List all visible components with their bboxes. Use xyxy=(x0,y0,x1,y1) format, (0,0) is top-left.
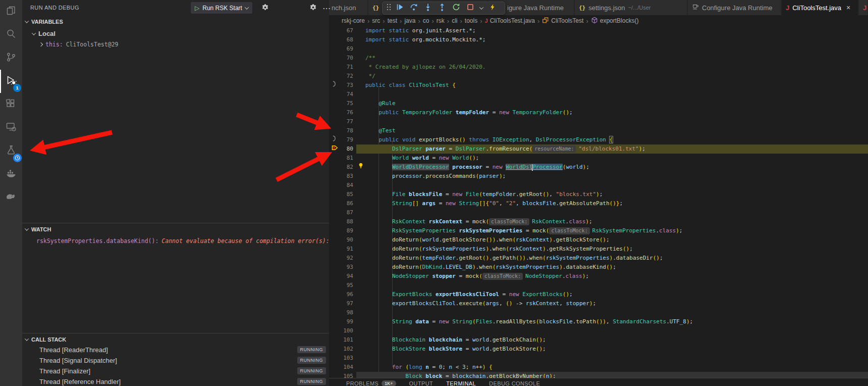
fold-column[interactable] xyxy=(356,44,365,54)
gutter-decoration[interactable] xyxy=(329,90,341,99)
line-number[interactable]: 83 xyxy=(341,172,356,181)
gutter-decoration[interactable] xyxy=(329,117,341,126)
gutter-decoration[interactable] xyxy=(329,217,341,226)
breadcrumb-item-tools[interactable]: tools xyxy=(465,17,477,24)
open-launch-json-gear-button[interactable] xyxy=(261,4,269,12)
line-number[interactable]: 97 xyxy=(341,299,356,308)
code-line-102[interactable]: 102 BlockStore blockStore = world.getBlo… xyxy=(329,345,868,354)
gutter-decoration[interactable] xyxy=(329,290,341,299)
code-line-76[interactable]: 76 public TemporaryFolder tempFolder = n… xyxy=(329,108,868,117)
continue-button[interactable] xyxy=(394,3,406,14)
gutter-decoration[interactable] xyxy=(329,72,341,81)
fold-column[interactable] xyxy=(356,281,365,290)
gutter-decoration[interactable] xyxy=(329,226,341,235)
fold-column[interactable] xyxy=(356,135,365,144)
gutter-decoration[interactable] xyxy=(329,208,341,217)
gutter-decoration[interactable] xyxy=(329,44,341,54)
activity-item-source-control[interactable] xyxy=(0,46,22,70)
line-number[interactable]: 70 xyxy=(341,54,356,63)
call-stack-section-header[interactable]: CALL STACK xyxy=(22,334,329,345)
fold-column[interactable] xyxy=(356,272,365,281)
code-line-103[interactable]: 103 xyxy=(329,354,868,363)
code-line-94[interactable]: 94 NodeStopper stopper = mock(classToMoc… xyxy=(329,272,868,281)
stop-button[interactable] xyxy=(464,3,476,14)
gutter-decoration[interactable] xyxy=(329,199,341,208)
fold-column[interactable] xyxy=(356,144,365,154)
code-line-84[interactable]: 84 xyxy=(329,181,868,190)
fold-column[interactable] xyxy=(356,245,365,254)
code-line-71[interactable]: 71 * Created by ajlopez on 26/04/2020. xyxy=(329,63,868,72)
fold-column[interactable] xyxy=(356,26,365,35)
line-number[interactable]: 102 xyxy=(341,345,356,354)
gutter-decoration[interactable] xyxy=(329,163,341,172)
line-number[interactable]: 82 xyxy=(341,163,356,172)
fold-column[interactable] xyxy=(356,317,365,326)
code-line-78[interactable]: 78 @Test xyxy=(329,126,868,135)
line-number[interactable]: 96 xyxy=(341,290,356,299)
line-number[interactable]: 105 xyxy=(341,372,356,378)
variables-scope-local[interactable]: Local xyxy=(22,28,329,39)
gutter-decoration[interactable] xyxy=(329,245,341,254)
hot-code-replace-button[interactable] xyxy=(486,3,499,14)
code-line-67[interactable]: 67import static org.junit.Assert.*; xyxy=(329,26,868,35)
gutter-decoration[interactable] xyxy=(329,235,341,245)
gutter-decoration[interactable] xyxy=(329,326,341,335)
tab-configure-java-runtime[interactable]: Configure Java Runtime xyxy=(688,0,781,15)
gutter-decoration[interactable] xyxy=(329,81,341,90)
gutter-decoration[interactable] xyxy=(329,144,341,154)
line-number[interactable]: 101 xyxy=(341,335,356,345)
code-line-97[interactable]: 97 exportBlocksCliTool.execute(args, () … xyxy=(329,299,868,308)
breadcrumb-item-rsk[interactable]: rsk xyxy=(437,17,445,24)
step-over-button[interactable] xyxy=(408,3,420,14)
more-actions-button[interactable]: ··· xyxy=(323,4,331,12)
code-line-72[interactable]: 72 */ xyxy=(329,72,868,81)
panel-tab-debug-console[interactable]: DEBUG CONSOLE xyxy=(489,380,540,386)
breadcrumb-item-co[interactable]: co xyxy=(423,17,429,24)
code-line-86[interactable]: 86 String[] args = new String[]{"0", "2"… xyxy=(329,199,868,208)
fold-column[interactable] xyxy=(356,172,365,181)
code-line-93[interactable]: 93 doReturn(DbKind.LEVEL_DB).when(rskSys… xyxy=(329,263,868,272)
line-number[interactable]: 84 xyxy=(341,181,356,190)
run-config-dropdown[interactable]: ▷ Run RSK Start xyxy=(191,2,252,14)
call-stack-thread-row[interactable]: Thread [Signal Dispatcher]RUNNING xyxy=(22,355,329,366)
code-line-91[interactable]: 91 doReturn(rskSystemProperties).when(rs… xyxy=(329,245,868,254)
line-number[interactable]: 80 xyxy=(341,144,356,154)
gutter-decoration[interactable] xyxy=(329,335,341,345)
line-number[interactable]: 85 xyxy=(341,190,356,199)
step-out-button[interactable] xyxy=(436,3,448,14)
fold-column[interactable] xyxy=(356,117,365,126)
variable-row-this[interactable]: this: CliToolsTest@29 xyxy=(22,39,329,50)
stop-menu-chevron[interactable] xyxy=(478,3,484,14)
fold-column[interactable] xyxy=(356,263,365,272)
line-number[interactable]: 103 xyxy=(341,354,356,363)
code-line-98[interactable]: 98 xyxy=(329,308,868,317)
line-number[interactable]: 74 xyxy=(341,90,356,99)
drag-handle[interactable] xyxy=(386,3,392,14)
breadcrumb-item-cli[interactable]: cli xyxy=(452,17,457,24)
code-line-105[interactable]: 105 Block block = blockchain.getBlockByN… xyxy=(329,372,868,378)
code-line-77[interactable]: 77 xyxy=(329,117,868,126)
code-line-75[interactable]: 75 @Rule xyxy=(329,99,868,108)
activity-item-docker[interactable] xyxy=(0,163,22,186)
line-number[interactable]: 98 xyxy=(341,308,356,317)
gutter-decoration[interactable] xyxy=(329,345,341,354)
gutter-decoration[interactable] xyxy=(329,354,341,363)
fold-column[interactable] xyxy=(356,326,365,335)
gutter-decoration[interactable] xyxy=(329,254,341,263)
panel-tab-terminal[interactable]: TERMINAL xyxy=(446,380,476,386)
code-line-85[interactable]: 85 File blocksFile = new File(tempFolder… xyxy=(329,190,868,199)
line-number[interactable]: 94 xyxy=(341,272,356,281)
gutter-decoration[interactable] xyxy=(329,190,341,199)
line-number[interactable]: 77 xyxy=(341,117,356,126)
fold-column[interactable] xyxy=(356,81,365,90)
code-line-70[interactable]: 70/** xyxy=(329,54,868,63)
gutter-decoration[interactable] xyxy=(329,63,341,72)
breadcrumb-item-rskj-core[interactable]: rskj-core xyxy=(342,17,365,24)
fold-column[interactable] xyxy=(356,163,365,172)
line-number[interactable]: 93 xyxy=(341,263,356,272)
fold-column[interactable] xyxy=(356,226,365,235)
code-line-95[interactable]: 95 xyxy=(329,281,868,290)
gutter-decoration[interactable] xyxy=(329,308,341,317)
code-line-83[interactable]: 83 processor.processCommands(parser); xyxy=(329,172,868,181)
gutter-decoration[interactable] xyxy=(329,263,341,272)
